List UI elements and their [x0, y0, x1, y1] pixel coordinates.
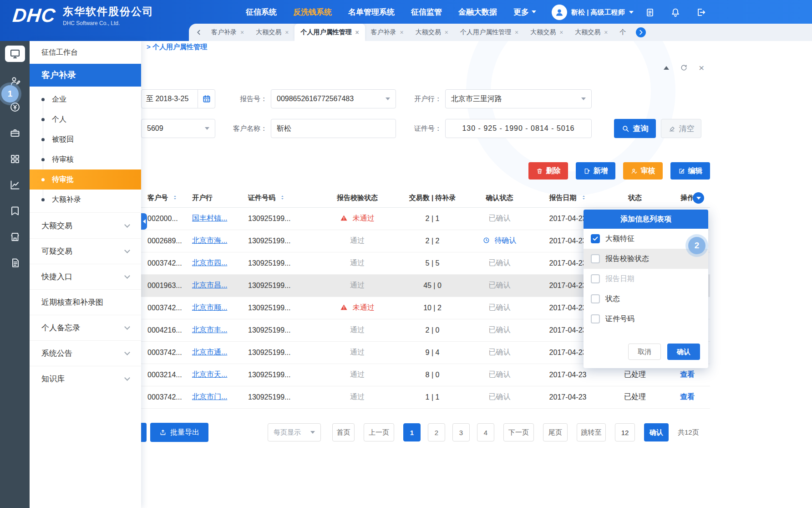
topnav-item[interactable]: 更多 [513, 7, 536, 17]
popup-cancel-button[interactable]: 取消 [628, 344, 661, 360]
topnav-item[interactable]: 征信系统 [246, 7, 277, 17]
menu-sub-item[interactable]: 待审批 [30, 169, 141, 190]
batch-export-button[interactable]: 批量导出 [150, 423, 208, 442]
checkbox[interactable] [591, 314, 600, 323]
tab-scroll-left-icon[interactable] [193, 27, 203, 37]
tab[interactable]: 个人用户属性管理 × [454, 24, 524, 41]
prev-page-button[interactable]: 上一页 [364, 423, 394, 441]
topnav-item[interactable]: 名单管理系统 [348, 7, 395, 17]
sort-icon[interactable] [581, 194, 587, 202]
last-page-button[interactable]: 尾页 [543, 423, 568, 441]
delete-button[interactable]: 删除 [528, 162, 568, 180]
bank-select[interactable]: 北京市三里河路 [445, 89, 592, 108]
report-no-select[interactable]: 0098652616772567483 [271, 89, 396, 108]
menu-section[interactable]: 系统公告 [30, 340, 141, 366]
column-header[interactable]: 状态 [605, 189, 665, 207]
clipboard-icon[interactable] [645, 7, 655, 18]
tab-close-icon[interactable]: × [445, 29, 448, 36]
column-header[interactable]: 报告校验状态 [319, 189, 396, 207]
table-row[interactable]: 0003742... 北京市门... 130925199... 通过 1 | 1… [141, 386, 710, 408]
bank-link[interactable]: 北京市通... [192, 348, 227, 356]
view-link[interactable]: 查看 [680, 370, 695, 378]
calendar-icon[interactable] [198, 90, 215, 108]
menu-section[interactable]: 大额交易 [30, 213, 141, 238]
page-number-button[interactable]: 3 [452, 423, 470, 441]
edit-button[interactable]: 编辑 [670, 162, 710, 180]
topnav-item[interactable]: 金融大数据 [458, 7, 497, 17]
bank-link[interactable]: 北京市门... [192, 393, 227, 400]
menu-item-customer-supplement[interactable]: 客户补录 [30, 64, 141, 87]
column-option[interactable]: 状态 [584, 289, 708, 309]
column-option[interactable]: 报告日期 [584, 269, 708, 289]
menu-section[interactable]: 个人备忘录 [30, 315, 141, 340]
tab[interactable]: 大额交易 × [250, 24, 294, 41]
tab[interactable]: 大额交易 × [524, 24, 569, 41]
column-header[interactable]: 交易数 | 待补录 [396, 189, 469, 207]
view-link[interactable]: 查看 [680, 393, 695, 400]
checkbox[interactable] [591, 294, 600, 303]
tab[interactable]: 客户补录 × [365, 24, 410, 41]
docs-icon[interactable] [8, 256, 22, 270]
tab[interactable]: 大额交易 × [410, 24, 454, 41]
tab-close-icon[interactable]: × [400, 29, 404, 36]
id-number-field[interactable]: 130 - 925 - 1990 - 0814 - 5016 [445, 119, 592, 138]
refresh-icon[interactable] [680, 64, 688, 72]
page-number-button[interactable]: 2 [428, 423, 445, 441]
checkbox[interactable] [591, 274, 600, 283]
jump-page-input[interactable] [615, 423, 635, 441]
menu-sub-item[interactable]: 大额补录 [30, 190, 141, 210]
bank-link[interactable]: 北京市顺... [192, 303, 227, 311]
column-header[interactable]: 报告日期 [530, 189, 605, 207]
column-option[interactable]: 证件号码 [584, 309, 708, 329]
bank-link[interactable]: 北京市海... [192, 236, 227, 244]
monitor-icon[interactable] [5, 46, 25, 62]
bank-link[interactable]: 国丰村镇... [192, 214, 227, 222]
menu-section[interactable]: 快捷入口 [30, 264, 141, 289]
bank-link[interactable]: 北京市天... [192, 370, 227, 378]
store-icon[interactable] [8, 230, 22, 244]
bank-link[interactable]: 北京市丰... [192, 326, 227, 334]
tab[interactable]: 客户补录 × [205, 24, 250, 41]
hidden-button-stub[interactable] [141, 423, 147, 442]
sort-icon[interactable] [172, 194, 178, 202]
menu-sub-item[interactable]: 企业 [30, 89, 141, 109]
column-header[interactable]: 客户号 [141, 189, 192, 207]
audit-button[interactable]: 审核 [623, 162, 663, 180]
tab[interactable]: 大额交易 × [569, 24, 614, 41]
topnav-item[interactable]: 反洗钱系统 [293, 7, 332, 17]
tab[interactable]: 个人用户属性管理 × [294, 24, 365, 41]
checkbox[interactable] [591, 254, 600, 263]
collapse-panel-icon[interactable] [664, 66, 669, 70]
menu-section[interactable]: 近期核查和补录图 [30, 289, 141, 315]
column-header[interactable]: 开户行 [192, 189, 248, 207]
tab-close-icon[interactable]: × [285, 29, 289, 36]
customer-name-input[interactable] [271, 119, 396, 138]
add-button[interactable]: 新增 [576, 162, 615, 180]
tab-close-icon[interactable]: × [240, 29, 244, 36]
clear-button[interactable]: 清空 [661, 119, 701, 138]
sort-icon[interactable] [279, 194, 285, 202]
customer-no-select[interactable]: 5609 [141, 119, 215, 138]
close-panel-icon[interactable]: × [699, 63, 704, 72]
bell-icon[interactable] [670, 7, 681, 18]
column-option[interactable]: 报告校验状态 [584, 249, 708, 269]
next-page-button[interactable]: 下一页 [503, 423, 534, 441]
topnav-item[interactable]: 征信监管 [411, 7, 442, 17]
menu-collapse-handle[interactable] [141, 213, 147, 230]
date-to-field[interactable]: 至 2018-3-25 [141, 89, 215, 108]
briefcase-icon[interactable] [8, 126, 22, 140]
page-number-button[interactable]: 1 [403, 423, 421, 441]
user-menu[interactable]: 靳松 | 高级工程师 [552, 4, 634, 21]
tab[interactable]: 个 × [614, 24, 632, 41]
jump-confirm-button[interactable]: 确认 [644, 423, 669, 441]
menu-section[interactable]: 知识库 [30, 366, 141, 391]
column-settings-dropdown[interactable] [693, 192, 704, 204]
per-page-select[interactable]: 每页显示 [268, 423, 321, 441]
column-header[interactable]: 证件号码 [248, 189, 319, 207]
jump-to-button[interactable]: 跳转至 [577, 423, 606, 441]
tab-close-icon[interactable]: × [559, 29, 563, 36]
tab-close-icon[interactable]: × [604, 29, 608, 36]
apps-icon[interactable] [8, 152, 22, 166]
menu-sub-item[interactable]: 待审核 [30, 149, 141, 169]
chart-icon[interactable] [8, 178, 22, 192]
